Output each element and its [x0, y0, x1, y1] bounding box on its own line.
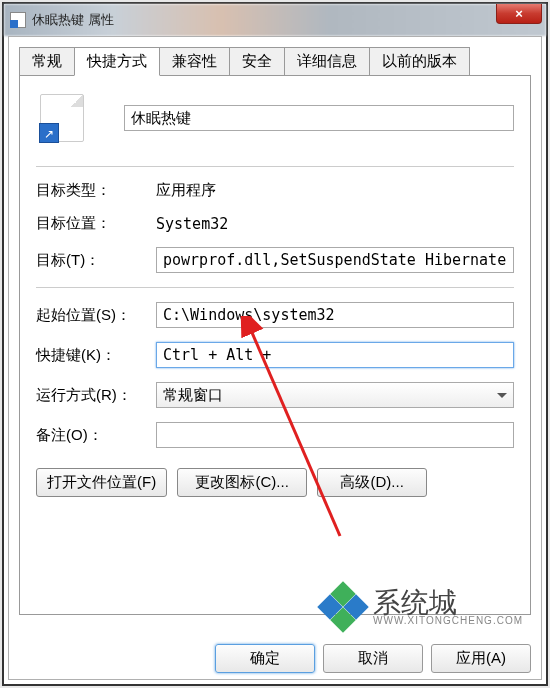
tab-security[interactable]: 安全	[229, 47, 285, 76]
cancel-button[interactable]: 取消	[323, 644, 423, 673]
change-icon-button[interactable]: 更改图标(C)...	[177, 468, 307, 497]
tab-compat[interactable]: 兼容性	[159, 47, 230, 76]
shortcut-key-label: 快捷键(K)：	[36, 346, 156, 365]
dialog-body: 常规 快捷方式 兼容性 安全 详细信息 以前的版本 目标类型： 应用程序 目标位…	[8, 36, 542, 680]
open-file-location-button[interactable]: 打开文件位置(F)	[36, 468, 167, 497]
apply-button[interactable]: 应用(A)	[431, 644, 531, 673]
divider	[36, 287, 514, 288]
tab-details[interactable]: 详细信息	[284, 47, 370, 76]
shortcut-name-input[interactable]	[124, 105, 514, 131]
titlebar: 休眠热键 属性 ×	[4, 4, 546, 36]
divider	[36, 166, 514, 167]
target-type-value: 应用程序	[156, 181, 216, 200]
start-in-input[interactable]	[156, 302, 514, 328]
comment-input[interactable]	[156, 422, 514, 448]
target-input[interactable]	[156, 247, 514, 273]
window-title: 休眠热键 属性	[32, 11, 114, 29]
watermark-sub: WWW.XITONGCHENG.COM	[373, 615, 523, 626]
start-in-label: 起始位置(S)：	[36, 306, 156, 325]
shortcut-large-icon	[40, 94, 84, 142]
dialog-button-bar: 确定 取消 应用(A)	[215, 644, 531, 673]
tab-shortcut[interactable]: 快捷方式	[74, 47, 160, 76]
ok-button[interactable]: 确定	[215, 644, 315, 673]
close-icon: ×	[515, 6, 523, 21]
watermark-logo-icon	[319, 583, 367, 631]
target-location-value: System32	[156, 215, 228, 233]
target-label: 目标(T)：	[36, 251, 156, 270]
shortcut-arrow-icon	[43, 130, 53, 140]
tab-previous[interactable]: 以前的版本	[369, 47, 470, 76]
chevron-down-icon	[497, 393, 507, 398]
comment-label: 备注(O)：	[36, 426, 156, 445]
run-select[interactable]: 常规窗口	[156, 382, 514, 408]
watermark: 系统城 WWW.XITONGCHENG.COM	[319, 583, 523, 631]
close-button[interactable]: ×	[496, 4, 542, 24]
tab-general[interactable]: 常规	[19, 47, 75, 76]
tab-content-shortcut: 目标类型： 应用程序 目标位置： System32 目标(T)： 起始位置(S)…	[19, 75, 531, 615]
watermark-text: 系统城	[373, 589, 523, 617]
target-location-label: 目标位置：	[36, 214, 156, 233]
shortcut-file-icon	[10, 12, 26, 28]
advanced-button[interactable]: 高级(D)...	[317, 468, 427, 497]
target-type-label: 目标类型：	[36, 181, 156, 200]
shortcut-key-input[interactable]	[156, 342, 514, 368]
run-select-value: 常规窗口	[163, 386, 223, 405]
tab-strip: 常规 快捷方式 兼容性 安全 详细信息 以前的版本	[9, 37, 541, 76]
run-label: 运行方式(R)：	[36, 386, 156, 405]
